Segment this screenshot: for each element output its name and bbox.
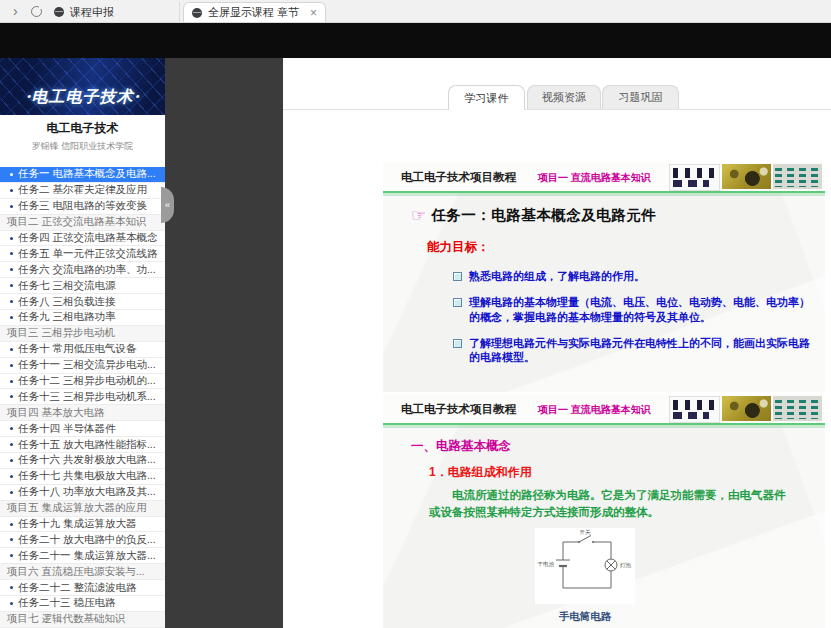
lamp-label: 灯泡 (620, 562, 632, 569)
bullet-text: 熟悉电路的组成，了解电路的作用。 (469, 269, 645, 284)
bullet-dot-icon (10, 205, 13, 208)
close-icon[interactable]: × (310, 7, 317, 19)
slide-header-unit: 项目一 直流电路基本知识 (538, 171, 651, 185)
sidebar-item-task[interactable]: 任务二十三 稳压电路 (0, 596, 165, 612)
pcb-photo-thumbnail (722, 164, 771, 189)
sidebar-section-header[interactable]: 项目六 直流稳压电源安装与... (0, 564, 165, 580)
forward-icon[interactable]: › (13, 3, 18, 19)
bullet-dot-icon (10, 427, 13, 430)
sidebar-item-task[interactable]: 任务十 常用低压电气设备 (0, 342, 165, 358)
square-bullet-icon (453, 272, 462, 281)
browser-topbar: › 课程申报 全屏显示课程 章节 × (0, 0, 831, 23)
bullet-dot-icon (10, 538, 13, 541)
battery-label: 干电池 (538, 561, 555, 568)
bullet-dot-icon (10, 237, 13, 240)
pointing-hand-icon: ☞ (411, 207, 426, 224)
sidebar-item-task[interactable]: 任务七 三相交流电源 (0, 278, 165, 294)
sidebar-section-header[interactable]: 项目三 三相异步电动机 (0, 326, 165, 342)
course-title: 电工电子技术 (0, 120, 165, 137)
body-paragraph: 电流所通过的路径称为电路。它是为了满足功能需要，由电气器件或设备按照某种特定方式… (429, 487, 787, 520)
circuit-diagram: 开关 干电池 灯泡 (535, 528, 635, 604)
circuit-schematic-thumbnail (669, 396, 720, 423)
sidebar-section-header[interactable]: 项目七 逻辑代数基础知识 (0, 612, 165, 628)
browser-tab-course-declare[interactable]: 课程申报 (46, 2, 180, 22)
sidebar-item-task[interactable]: 任务二 基尔霍夫定律及应用 (0, 183, 165, 199)
sidebar-item-task[interactable]: 任务九 三相电路功率 (0, 310, 165, 326)
bullet-dot-icon (10, 189, 13, 192)
bullet-dot-icon (10, 380, 13, 383)
course-banner-image: ·电工电子技术· (0, 58, 165, 115)
simulation-screenshot-thumbnail (773, 396, 822, 421)
sidebar-item-label: 项目三 三相异步电动机 (7, 326, 115, 340)
circuit-diagram-svg: 开关 干电池 灯泡 (535, 528, 635, 604)
pcb-photo-thumbnail (722, 396, 771, 421)
header-thumbnails (669, 164, 822, 191)
simulation-screenshot-thumbnail (773, 164, 822, 189)
bullet-dot-icon (10, 316, 13, 319)
slide-header-title: 电工电子技术项目教程 (401, 170, 516, 185)
sidebar-item-task[interactable]: 任务十六 共发射极放大电路... (0, 453, 165, 469)
bullet-dot-icon (10, 268, 13, 271)
globe-icon (192, 8, 202, 18)
sidebar-item-label: 任务十五 放大电路性能指标... (18, 438, 156, 452)
slide-header: 电工电子技术项目教程 项目一 直流电路基本知识 (383, 395, 825, 425)
circuit-schematic-thumbnail (669, 164, 720, 191)
sidebar-item-task[interactable]: 任务十八 功率放大电路及其... (0, 485, 165, 501)
sidebar-item-task[interactable]: 任务十七 共集电极放大电路... (0, 469, 165, 485)
sidebar-item-label: 任务十 常用低压电气设备 (18, 342, 136, 356)
sidebar-item-task[interactable]: 任务八 三相负载连接 (0, 294, 165, 310)
sidebar-item-label: 任务三 电阻电路的等效变换 (18, 199, 147, 213)
sidebar-item-label: 任务十九 集成运算放大器 (18, 517, 136, 531)
sidebar-item-label: 项目六 直流稳压电源安装与... (7, 565, 145, 579)
sidebar-item-label: 任务十六 共发射极放大电路... (18, 453, 156, 467)
sidebar-item-task[interactable]: 任务二十二 整流滤波电路 (0, 580, 165, 596)
sidebar-item-task[interactable]: 任务一 电路基本概念及电路... (0, 167, 165, 183)
sidebar-item-task[interactable]: 任务六 交流电路的功率、功... (0, 262, 165, 278)
bullet-item: 理解电路的基本物理量（电流、电压、电位、电动势、电能、电功率）的概念，掌握电路的… (453, 295, 811, 325)
background-gap (165, 58, 283, 628)
sidebar-section-header[interactable]: 项目五 集成运算放大器的应用 (0, 501, 165, 517)
sidebar-section-header[interactable]: 项目二 正弦交流电路基本知识 (0, 215, 165, 231)
sub-heading: 1．电路组成和作用 (429, 464, 825, 481)
sidebar-item-label: 任务八 三相负载连接 (18, 295, 115, 309)
refresh-icon[interactable] (31, 6, 42, 17)
sidebar-item-label: 项目四 基本放大电路 (7, 406, 104, 420)
course-sidebar: ·电工电子技术· 电工电子技术 罗锦锋 信阳职业技术学院 任务一 电路基本概念及… (0, 58, 165, 628)
slide-header-unit: 项目一 直流电路基本知识 (538, 403, 651, 417)
sidebar-item-label: 任务五 单一元件正弦交流线路 (18, 247, 157, 261)
sidebar-item-label: 任务六 交流电路的功率、功... (18, 263, 156, 277)
ability-goal-heading: 能力目标： (427, 239, 825, 256)
bullet-dot-icon (10, 459, 13, 462)
sidebar-section-header[interactable]: 项目四 基本放大电路 (0, 405, 165, 421)
tab-divider-line (283, 109, 831, 110)
sidebar-item-task[interactable]: 任务十一 三相交流异步电动... (0, 358, 165, 374)
sidebar-item-task[interactable]: 任务十二 三相异步电动机的... (0, 374, 165, 390)
sidebar-item-task[interactable]: 任务二十一 集成运算放大器... (0, 548, 165, 564)
main-panel: 学习课件 视频资源 习题巩固 电工电子技术项目教程 项目一 直流电路基本知识 ☞… (283, 58, 831, 628)
sidebar-item-task[interactable]: 任务十五 放大电路性能指标... (0, 437, 165, 453)
bullet-dot-icon (10, 300, 13, 303)
sidebar-item-task[interactable]: 任务三 电阻电路的等效变换 (0, 199, 165, 215)
tab-learning-courseware[interactable]: 学习课件 (448, 85, 525, 110)
globe-icon (54, 7, 64, 17)
sidebar-item-label: 任务七 三相交流电源 (18, 279, 115, 293)
square-bullet-icon (453, 339, 462, 348)
sidebar-item-label: 任务十一 三相交流异步电动... (18, 358, 156, 372)
sidebar-item-task[interactable]: 任务十三 三相异步电动机系... (0, 389, 165, 405)
slide-header-title: 电工电子技术项目教程 (401, 402, 516, 417)
bullet-dot-icon (10, 395, 13, 398)
course-author: 罗锦锋 信阳职业技术学院 (0, 140, 165, 153)
browser-tab-fullscreen-course[interactable]: 全屏显示课程 章节 × (183, 2, 326, 22)
tab-video-resources[interactable]: 视频资源 (527, 85, 601, 109)
slide-title: 任务一：电路基本概念及电路元件 (431, 206, 656, 225)
tab-exercises[interactable]: 习题巩固 (602, 85, 679, 109)
sidebar-item-task[interactable]: 任务四 正弦交流电路基本概念 (0, 231, 165, 247)
bullet-dot-icon (10, 348, 13, 351)
sidebar-item-label: 任务二十一 集成运算放大器... (18, 549, 156, 563)
bullet-dot-icon (10, 475, 13, 478)
sidebar-item-task[interactable]: 任务五 单一元件正弦交流线路 (0, 246, 165, 262)
sidebar-item-task[interactable]: 任务二十 放大电路中的负反... (0, 532, 165, 548)
sidebar-item-task[interactable]: 任务十四 半导体器件 (0, 421, 165, 437)
sidebar-item-task[interactable]: 任务十九 集成运算放大器 (0, 517, 165, 533)
slide-header: 电工电子技术项目教程 项目一 直流电路基本知识 (383, 163, 825, 193)
